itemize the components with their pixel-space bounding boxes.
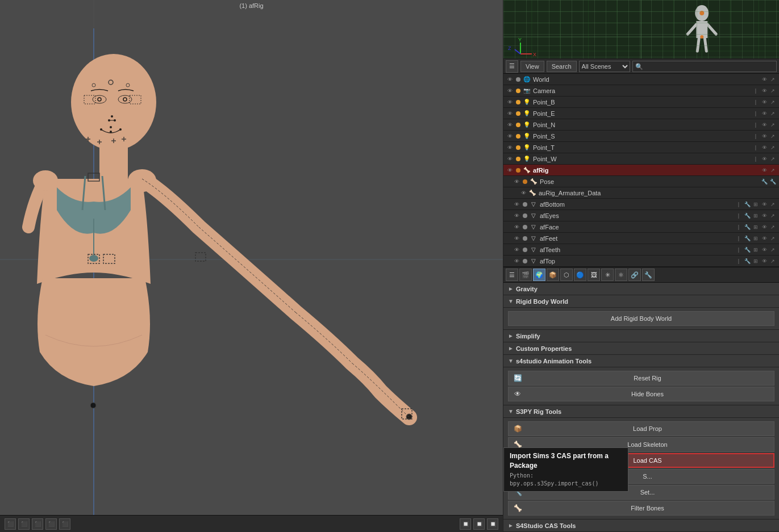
visibility-icon[interactable]: 👁 (506, 144, 514, 152)
visibility-icon[interactable]: 👁 (506, 155, 514, 163)
outliner-item-point-s[interactable]: 👁 💡 Point_S | 👁 ↗ (503, 131, 779, 142)
visibility-icon[interactable]: 👁 (513, 223, 520, 231)
vis-icon-4[interactable]: 👁 (760, 257, 768, 265)
outliner-menu-icon[interactable]: ☰ (506, 60, 518, 73)
vis-icon-2[interactable]: 🔧 (743, 246, 751, 254)
restrict-icon[interactable]: ↗ (769, 121, 777, 129)
reset-rig-button[interactable]: 🔄 Reset Rig (508, 371, 774, 386)
vis-icon-2[interactable]: 👁 (760, 87, 768, 95)
vis-icon-2[interactable]: 👁 (760, 110, 768, 118)
viewport-icon-4[interactable]: ⬛ (45, 518, 57, 530)
viewport-shading-icon[interactable]: ⬛ (18, 518, 30, 530)
vis-icon-1[interactable]: 👁 (760, 76, 768, 83)
outliner-item-afrig[interactable]: 👁 🦴 afRig 👁 ↗ (503, 165, 779, 176)
section-s3py-rig-tools[interactable]: ▼ S3PY Rig Tools (503, 405, 779, 418)
props-icon-modifiers[interactable]: 🔧 (642, 269, 655, 281)
vis-icon-2[interactable]: 🔧 (743, 234, 751, 242)
restrict-icon[interactable]: ↗ (769, 87, 777, 95)
restrict-icon[interactable]: ↗ (769, 212, 777, 220)
outliner-search-button[interactable]: Search (547, 61, 577, 72)
restrict-icon[interactable]: ↗ (769, 223, 777, 231)
visibility-icon[interactable]: 👁 (513, 257, 520, 265)
vis-icon-4[interactable]: 👁 (760, 200, 768, 208)
vis-icon-4[interactable]: 👁 (760, 234, 768, 242)
outliner-item-pose[interactable]: 👁 🦴 Pose 🔧 🔧 (503, 176, 779, 187)
outliner-item-afbottom[interactable]: 👁 ▽ afBottom | 🔧 ⊞ 👁 ↗ (503, 199, 779, 210)
vis-icon-2[interactable]: 🔧 (743, 212, 751, 220)
props-icon-physics[interactable]: ⚛ (615, 269, 627, 281)
outliner-view-button[interactable]: View (520, 61, 544, 72)
vis-icon-1[interactable]: | (752, 144, 760, 152)
vis-icon-3[interactable]: ⊞ (752, 200, 760, 208)
add-rigid-body-world-button[interactable]: Add Rigid Body World (508, 311, 774, 326)
restrict-icon[interactable]: ↗ (769, 257, 777, 265)
restrict-icon[interactable]: ↗ (769, 144, 777, 152)
props-icon-texture[interactable]: 🖼 (588, 269, 600, 281)
hide-bones-button[interactable]: 👁 Hide Bones (508, 387, 774, 401)
vis-icon-2[interactable]: 👁 (760, 98, 768, 106)
visibility-icon[interactable]: 👁 (506, 132, 514, 140)
visibility-icon[interactable]: 👁 (513, 234, 520, 242)
restrict-icon[interactable]: ↗ (769, 155, 777, 163)
visibility-icon[interactable]: 👁 (506, 121, 514, 129)
vis-icon-4[interactable]: 👁 (760, 223, 768, 231)
filter-bones-button[interactable]: 🦴 Filter Bones (508, 501, 774, 516)
props-icon-world[interactable]: 🌍 (533, 269, 545, 281)
vis-icon-3[interactable]: ⊞ (752, 223, 760, 231)
vis-icon-1[interactable]: | (735, 200, 743, 208)
outliner-item-affeet[interactable]: 👁 ▽ afFeet | 🔧 ⊞ 👁 ↗ (503, 233, 779, 244)
visibility-icon[interactable]: 👁 (513, 212, 520, 220)
vis-icon-3[interactable]: ⊞ (752, 257, 760, 265)
outliner-item-afteeth[interactable]: 👁 ▽ afTeeth | 🔧 ⊞ 👁 ↗ (503, 244, 779, 255)
vis-icon-2[interactable]: 👁 (760, 132, 768, 140)
outliner-search-input[interactable] (632, 61, 777, 72)
restrict-icon[interactable]: ↗ (769, 132, 777, 140)
vis-icon-1[interactable]: | (735, 246, 743, 254)
restrict-icon[interactable]: ↗ (769, 166, 777, 174)
vis-icon-2[interactable]: 🔧 (743, 223, 751, 231)
vis-icon-2[interactable]: 🔧 (769, 178, 777, 186)
viewport-icon-5[interactable]: ⬛ (59, 518, 70, 530)
viewport-icon-6[interactable]: 🔲 (460, 518, 471, 530)
restrict-icon[interactable]: ↗ (769, 98, 777, 106)
visibility-icon[interactable]: 👁 (506, 87, 514, 95)
section-custom-properties[interactable]: ► Custom Properties (503, 342, 779, 355)
vis-icon-1[interactable]: | (735, 212, 743, 220)
vis-icon-1[interactable]: 👁 (760, 166, 768, 174)
vis-icon-3[interactable]: ⊞ (752, 246, 760, 254)
visibility-icon[interactable]: 👁 (513, 200, 520, 208)
outliner-item-point-e[interactable]: 👁 💡 Point_E | 👁 ↗ (503, 108, 779, 119)
vis-icon-1[interactable]: | (752, 87, 760, 95)
section-s4studio-animation[interactable]: ▼ s4studio Animation Tools (503, 355, 779, 367)
vis-icon-1[interactable]: 🔧 (760, 178, 768, 186)
vis-icon-2[interactable]: 👁 (760, 144, 768, 152)
visibility-icon[interactable]: 👁 (513, 178, 520, 186)
load-prop-button[interactable]: 📦 Load Prop (508, 421, 774, 436)
vis-icon-1[interactable]: | (752, 155, 760, 163)
vis-icon-4[interactable]: 👁 (760, 246, 768, 254)
visibility-icon[interactable]: 👁 (506, 166, 514, 174)
vis-icon-1[interactable]: | (735, 257, 743, 265)
outliner-item-point-w[interactable]: 👁 💡 Point_W | 👁 ↗ (503, 153, 779, 165)
outliner-item-camera[interactable]: 👁 📷 Camera | 👁 ↗ (503, 85, 779, 97)
vis-icon-1[interactable]: | (752, 98, 760, 106)
viewport-icon-3[interactable]: ⬛ (32, 518, 43, 530)
vis-icon-3[interactable]: ⊞ (752, 212, 760, 220)
outliner-item-afface[interactable]: 👁 ▽ afFace | 🔧 ⊞ 👁 ↗ (503, 221, 779, 233)
outliner-item-afeyes[interactable]: 👁 ▽ afEyes | 🔧 ⊞ 👁 ↗ (503, 210, 779, 221)
viewport-icon-7[interactable]: 🔲 (473, 518, 485, 530)
visibility-icon[interactable]: 👁 (519, 189, 527, 197)
vis-icon-4[interactable]: 👁 (760, 212, 768, 220)
visibility-icon[interactable]: 👁 (506, 110, 514, 118)
props-icon-constraints[interactable]: 🔗 (628, 269, 641, 281)
section-rigid-body-world[interactable]: ▼ Rigid Body World (503, 295, 779, 308)
vis-icon-2[interactable]: 👁 (760, 121, 768, 129)
outliner-item-point-n[interactable]: 👁 💡 Point_N | 👁 ↗ (503, 119, 779, 131)
props-icon-material[interactable]: 🔵 (574, 269, 586, 281)
outliner-scenes-select[interactable]: All Scenes Scene (579, 61, 630, 72)
restrict-icon[interactable]: ↗ (769, 200, 777, 208)
outliner-item-world[interactable]: 👁 🌐 World 👁 ↗ (503, 74, 779, 85)
vis-icon-1[interactable]: | (752, 121, 760, 129)
restrict-icon[interactable]: ↗ (769, 246, 777, 254)
vis-icon-1[interactable]: | (752, 132, 760, 140)
